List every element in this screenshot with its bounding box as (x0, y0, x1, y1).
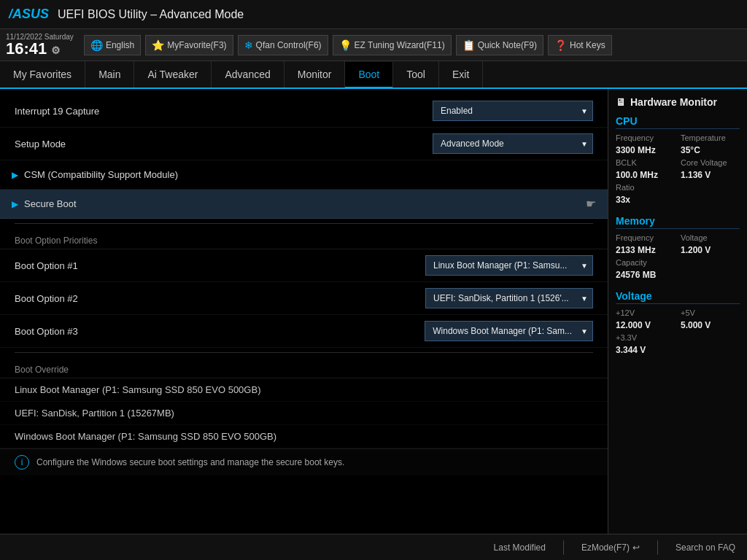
secure-boot-label: Secure Boot (24, 198, 586, 209)
qfan-button[interactable]: ❄ Qfan Control(F6) (238, 35, 328, 55)
nav-item-boot[interactable]: Boot (345, 62, 393, 88)
setup-mode-value[interactable]: Advanced Mode ▼ (433, 133, 593, 154)
interrupt19-value[interactable]: Enabled ▼ (433, 101, 593, 121)
cpu-grid: Frequency Temperature 3300 MHz 35°C BCLK… (616, 133, 740, 205)
cpu-bclk-value: 100.0 MHz (616, 170, 675, 180)
last-modified-label: Last Modified (494, 542, 546, 553)
cpu-ratio-label: Ratio (616, 183, 675, 192)
chevron-down-icon: ▼ (581, 327, 588, 335)
expand-icon: ▶ (12, 199, 18, 209)
help-icon: ❓ (554, 39, 567, 51)
boot-option2-dropdown[interactable]: UEFI: SanDisk, Partition 1 (1526'... ▼ (425, 288, 593, 308)
memory-grid: Frequency Voltage 2133 MHz 1.200 V Capac… (616, 233, 740, 280)
mem-freq-value: 2133 MHz (616, 245, 675, 255)
voltage-grid: +12V +5V 12.000 V 5.000 V +3.3V 3.344 V (616, 308, 740, 355)
divider (15, 223, 593, 224)
boot-option3-dropdown[interactable]: Windows Boot Manager (P1: Sam... ▼ (425, 321, 593, 341)
footer-divider1 (563, 540, 564, 555)
nav-item-monitor[interactable]: Monitor (285, 61, 346, 88)
v12-value: 12.000 V (616, 320, 675, 330)
info-text: Configure the Windows secure boot settin… (36, 457, 344, 467)
hardware-monitor-sidebar: 🖥 Hardware Monitor CPU Frequency Tempera… (608, 89, 747, 534)
boot-option3-value[interactable]: Windows Boot Manager (P1: Sam... ▼ (425, 321, 593, 341)
cpu-bclk-label: BCLK (616, 158, 675, 167)
cpu-freq-label: Frequency (616, 133, 675, 142)
voltage-section: Voltage +12V +5V 12.000 V 5.000 V +3.3V … (616, 290, 740, 355)
v33-label: +3.3V (616, 333, 675, 342)
boot-option3-label: Boot Option #3 (15, 326, 425, 337)
nav-item-favorites[interactable]: My Favorites (0, 61, 85, 88)
mem-volt-value: 1.200 V (681, 245, 740, 255)
cpu-section-title: CPU (616, 115, 740, 129)
datetime: 11/12/2022 Saturday 16:41 ⚙ (6, 33, 74, 57)
boot-option2-label: Boot Option #2 (15, 293, 425, 304)
cpu-temp-label: Temperature (681, 133, 740, 142)
cpu-temp-value: 35°C (681, 145, 740, 155)
myfavorite-button[interactable]: ⭐ MyFavorite(F3) (145, 35, 233, 55)
nav-item-aitweaker[interactable]: Ai Tweaker (134, 61, 212, 88)
v5-value: 5.000 V (681, 320, 740, 330)
time-display: 16:41 ⚙ (6, 39, 61, 58)
header-title: UEFI BIOS Utility – Advanced Mode (58, 8, 244, 21)
search-faq-button[interactable]: Search on FAQ (676, 542, 735, 553)
boot-option1-row: Boot Option #1 Linux Boot Manager (P1: S… (0, 249, 608, 282)
boot-option2-value[interactable]: UEFI: SanDisk, Partition 1 (1526'... ▼ (425, 288, 593, 308)
v12-label: +12V (616, 308, 675, 317)
topbar: 11/12/2022 Saturday 16:41 ⚙ 🌐 English ⭐ … (0, 29, 747, 61)
lightbulb-icon: 💡 (339, 39, 352, 51)
boot-option1-dropdown[interactable]: Linux Boot Manager (P1: Samsu... ▼ (425, 255, 593, 276)
language-button[interactable]: 🌐 English (84, 35, 141, 55)
secure-boot-row[interactable]: ▶ Secure Boot ☛ (0, 190, 608, 219)
setup-mode-dropdown[interactable]: Advanced Mode ▼ (433, 133, 593, 154)
boot-option2-row: Boot Option #2 UEFI: SanDisk, Partition … (0, 282, 608, 315)
nav-menu: My Favorites Main Ai Tweaker Advanced Mo… (0, 61, 747, 89)
globe-icon: 🌐 (90, 39, 103, 51)
nav-item-advanced[interactable]: Advanced (212, 61, 284, 88)
override-item-linux[interactable]: Linux Boot Manager (P1: Samsung SSD 850 … (0, 378, 608, 402)
fan-icon: ❄ (244, 39, 253, 51)
chevron-down-icon: ▼ (581, 295, 588, 303)
asus-logo: /ASUS (9, 7, 49, 22)
memory-section: Memory Frequency Voltage 2133 MHz 1.200 … (616, 215, 740, 280)
mem-volt-label: Voltage (681, 233, 740, 242)
quicknote-button[interactable]: 📋 Quick Note(F9) (456, 35, 543, 55)
star-icon: ⭐ (152, 39, 164, 51)
gear-icon[interactable]: ⚙ (51, 44, 61, 56)
monitor-icon: 🖥 (616, 96, 626, 108)
csm-label: CSM (Compatibility Support Module) (24, 169, 596, 180)
setup-mode-row: Setup Mode Advanced Mode ▼ (0, 128, 608, 160)
override-item-windows[interactable]: Windows Boot Manager (P1: Samsung SSD 85… (0, 425, 608, 448)
info-bar: i Configure the Windows secure boot sett… (0, 448, 608, 475)
nav-item-main[interactable]: Main (85, 61, 134, 88)
divider2 (15, 352, 593, 353)
nav-item-exit[interactable]: Exit (439, 61, 483, 88)
csm-row[interactable]: ▶ CSM (Compatibility Support Module) (0, 160, 608, 190)
chevron-down-icon: ▼ (581, 262, 588, 270)
boot-option1-label: Boot Option #1 (15, 260, 425, 271)
boot-option1-value[interactable]: Linux Boot Manager (P1: Samsu... ▼ (425, 255, 593, 276)
footer: Last Modified EzMode(F7) ↩ Search on FAQ (0, 534, 747, 560)
v5-label: +5V (681, 308, 740, 317)
nav-item-tool[interactable]: Tool (393, 61, 439, 88)
cpu-ratio-value: 33x (616, 195, 675, 205)
boot-override-header: Boot Override (0, 357, 608, 378)
mem-cap-value: 24576 MB (616, 270, 675, 280)
mem-freq-label: Frequency (616, 233, 675, 242)
setup-mode-label: Setup Mode (15, 139, 433, 149)
interrupt19-label: Interrupt 19 Capture (15, 106, 433, 117)
hotkeys-button[interactable]: ❓ Hot Keys (548, 35, 612, 55)
ezmode-button[interactable]: EzMode(F7) ↩ (581, 542, 640, 553)
note-icon: 📋 (462, 39, 475, 51)
voltage-section-title: Voltage (616, 290, 740, 304)
arrow-icon: ↩ (632, 542, 640, 553)
chevron-down-icon: ▼ (581, 140, 588, 148)
override-item-uefi[interactable]: UEFI: SanDisk, Partition 1 (15267MB) (0, 402, 608, 425)
boot-priorities-header: Boot Option Priorities (0, 228, 608, 249)
main-panel: Interrupt 19 Capture Enabled ▼ Setup Mod… (0, 89, 608, 534)
sidebar-title: 🖥 Hardware Monitor (616, 96, 740, 108)
interrupt19-dropdown[interactable]: Enabled ▼ (433, 101, 593, 121)
eztuning-button[interactable]: 💡 EZ Tuning Wizard(F11) (333, 35, 452, 55)
pointer-cursor-icon: ☛ (586, 197, 596, 211)
memory-section-title: Memory (616, 215, 740, 229)
footer-divider2 (657, 540, 658, 555)
